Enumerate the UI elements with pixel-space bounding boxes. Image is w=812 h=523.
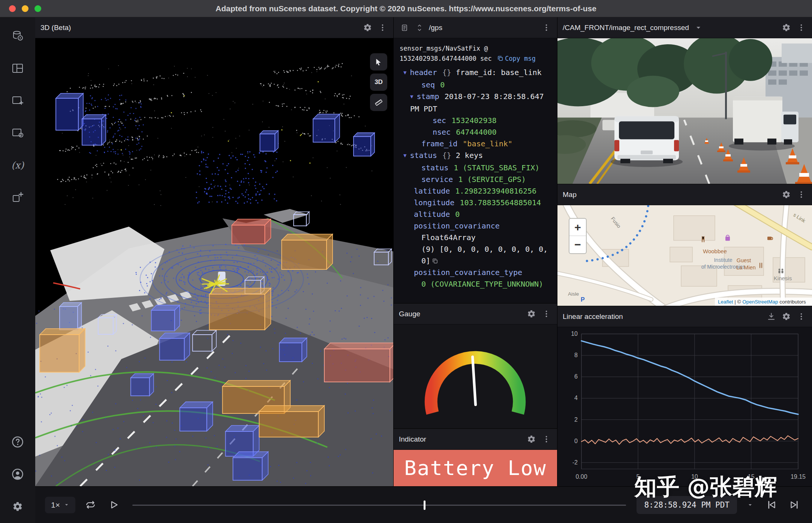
left-sidebar: (x) (0, 17, 35, 523)
json-key[interactable]: status (410, 151, 437, 160)
json-key[interactable]: sec (433, 116, 446, 125)
panel-gauge-header: Gauge (394, 304, 557, 325)
panel-indicator-title: Indicator (399, 435, 426, 443)
panel-gauge-settings-gear-icon[interactable] (526, 308, 537, 320)
json-key[interactable]: nsec (433, 128, 451, 137)
scrubber-track[interactable] (132, 505, 626, 506)
expand-all-icon[interactable] (414, 22, 425, 33)
copy-message-icon[interactable] (497, 54, 503, 61)
toggle-3d-button[interactable]: 3D (370, 74, 387, 91)
json-value-type: Float64Array (421, 233, 476, 242)
panel-accel-menu-kebab-icon[interactable] (796, 311, 807, 322)
tree-row: ▼stamp2018-07-23 8:28:58.647 PM PDT (400, 91, 551, 115)
preferences-gear-icon[interactable] (10, 499, 25, 514)
panel-linear-acceleration: Linear acceleration 1086420-20.005101519… (557, 306, 812, 486)
window-titlebar: Adapted from nuScenes dataset. Copyright… (0, 0, 812, 17)
help-icon[interactable] (10, 434, 25, 449)
panel-gps-menu-kebab-icon[interactable] (541, 22, 552, 33)
panel-accel-settings-gear-icon[interactable] (781, 311, 792, 322)
3d-viewport[interactable]: 3D (35, 38, 393, 486)
json-key[interactable]: status (421, 163, 448, 172)
loop-icon[interactable] (83, 497, 99, 513)
json-key[interactable]: service (421, 175, 453, 184)
panel-settings-icon[interactable] (10, 125, 25, 140)
panel-3d-menu-kebab-icon[interactable] (377, 22, 388, 33)
play-button[interactable] (106, 497, 122, 513)
leaflet-link[interactable]: Leaflet (718, 299, 733, 305)
json-key[interactable]: longitude (414, 198, 454, 207)
json-key[interactable]: latitude (414, 186, 450, 195)
tree-row: status1 (STATUS_SBAS_FIX) (400, 162, 551, 174)
map-zoom-control: + − (569, 218, 587, 254)
svg-text:0: 0 (574, 438, 578, 444)
panel-camera-menu-kebab-icon[interactable] (796, 22, 807, 33)
expand-arrow-icon[interactable]: ▼ (403, 67, 406, 78)
tree-row: position_covariance_type (400, 267, 551, 278)
select-cursor-icon[interactable] (370, 53, 387, 71)
3d-view-toolbar: 3D (370, 53, 387, 111)
gauge-dial (394, 325, 557, 428)
json-key[interactable]: seq (421, 80, 435, 89)
expand-arrow-icon[interactable]: ▼ (410, 91, 413, 102)
panel-camera-settings-gear-icon[interactable] (781, 22, 792, 33)
panel-3d-title: 3D (Beta) (40, 24, 71, 32)
json-summary: 2 keys (456, 151, 483, 160)
panel-map-settings-gear-icon[interactable] (781, 189, 792, 200)
measure-ruler-icon[interactable] (370, 94, 387, 111)
svg-text:10: 10 (571, 331, 578, 337)
panel-map-menu-kebab-icon[interactable] (796, 189, 807, 200)
panel-map-title: Map (563, 191, 577, 199)
svg-text:8: 8 (574, 352, 578, 358)
data-source-icon[interactable] (10, 29, 25, 44)
json-value: (9) [0, 0, 0, 0, 0, 0, 0, 0, 0] (421, 245, 548, 265)
variables-icon[interactable]: (x) (10, 158, 25, 173)
map-view[interactable]: Woobbee Institute of Microelectronics Gu… (557, 205, 812, 306)
raw-messages-icon[interactable] (399, 22, 410, 33)
json-value: 1532402938 (451, 116, 496, 125)
panel-3d-settings-gear-icon[interactable] (362, 22, 373, 33)
osm-link[interactable]: OpenStreetMap (742, 299, 778, 305)
close-window-button[interactable] (9, 5, 16, 12)
accel-chart-area[interactable]: 1086420-20.005101519.15 (557, 327, 812, 486)
account-icon[interactable] (10, 467, 25, 482)
playback-scrubber[interactable] (132, 497, 626, 513)
expand-arrow-icon[interactable]: ▼ (403, 150, 406, 161)
json-key[interactable]: header (410, 68, 437, 77)
panel-gauge-menu-kebab-icon[interactable] (541, 308, 552, 320)
panel-indicator-settings-gear-icon[interactable] (526, 434, 537, 445)
download-icon[interactable] (766, 311, 777, 322)
seek-to-end-icon[interactable] (787, 497, 802, 513)
json-key[interactable]: position_covariance (414, 221, 500, 230)
json-key[interactable]: frame_id (421, 139, 457, 148)
panel-indicator-header: Indicator (394, 429, 557, 450)
map-label-lamien: La Mien (736, 265, 756, 271)
json-key[interactable]: stamp (416, 92, 439, 101)
svg-text:6: 6 (574, 373, 578, 380)
playhead-marker[interactable] (424, 500, 425, 510)
tree-row: seq0 (400, 79, 551, 91)
json-key[interactable]: position_covariance_type (414, 268, 522, 277)
panel-map-header: Map (557, 184, 812, 205)
copy-message-link[interactable]: Copy msg (505, 55, 536, 62)
maximize-window-button[interactable] (34, 5, 41, 12)
tree-row: position_covariance (400, 220, 551, 232)
tree-row: service1 (SERVICE_GPS) (400, 174, 551, 185)
layout-grid-icon[interactable] (10, 61, 25, 76)
camera-topic-dropdown-caret-icon[interactable] (693, 22, 704, 33)
panel-indicator-menu-kebab-icon[interactable] (541, 434, 552, 445)
minimize-window-button[interactable] (22, 5, 28, 12)
svg-text:-2: -2 (572, 459, 578, 466)
map-label-kinesis: Kinesis (774, 275, 792, 281)
json-key[interactable]: altitude (414, 210, 450, 219)
json-value: 0 (440, 80, 445, 89)
svg-text:2: 2 (574, 416, 578, 423)
zoom-out-button[interactable]: − (569, 236, 586, 253)
zoom-in-button[interactable]: + (569, 219, 586, 236)
copy-array-icon[interactable] (432, 256, 438, 262)
extensions-icon[interactable] (10, 190, 25, 205)
tree-row: frame_id"base_link" (400, 138, 551, 150)
playback-speed-button[interactable]: 1× (45, 497, 75, 513)
panel-gps-title: /gps (429, 24, 442, 32)
svg-text:0.00: 0.00 (575, 473, 587, 480)
add-panel-icon[interactable] (10, 93, 25, 108)
